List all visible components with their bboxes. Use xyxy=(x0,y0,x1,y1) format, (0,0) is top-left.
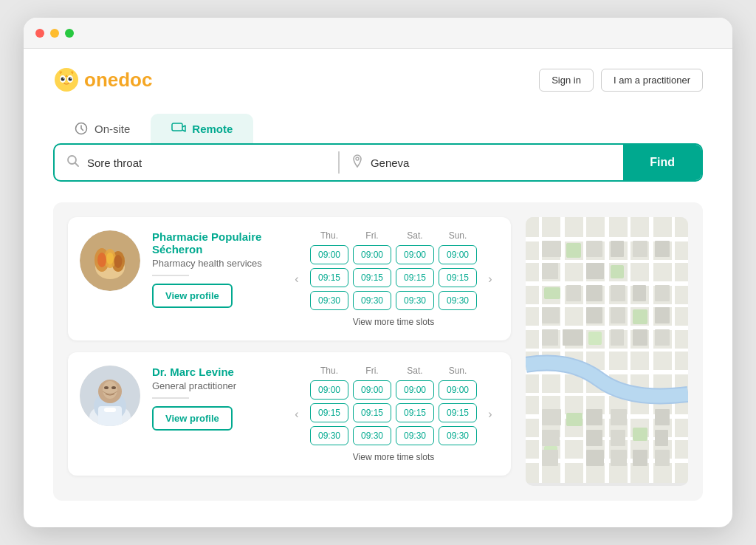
svg-rect-70 xyxy=(586,307,602,323)
sign-in-button[interactable]: Sign in xyxy=(539,69,594,92)
slots-row-2-pharmacy: 09:30 09:30 09:30 09:30 xyxy=(310,291,477,310)
slot-0-3-pharmacy[interactable]: 09:00 xyxy=(439,245,477,264)
svg-rect-65 xyxy=(586,285,602,301)
svg-point-0 xyxy=(55,68,78,92)
location-input[interactable] xyxy=(371,157,611,169)
svg-rect-51 xyxy=(544,287,560,299)
svg-rect-62 xyxy=(542,263,558,279)
svg-rect-61 xyxy=(655,241,670,257)
svg-rect-72 xyxy=(655,307,670,323)
svg-point-25 xyxy=(103,381,117,399)
find-button[interactable]: Find xyxy=(623,145,701,180)
symptom-section xyxy=(55,154,338,171)
slots-row-0-doctor: 09:00 09:00 09:00 09:00 xyxy=(310,380,477,400)
svg-rect-89 xyxy=(633,450,647,466)
view-more-pharmacy[interactable]: View more time slots xyxy=(310,317,477,327)
svg-point-17 xyxy=(97,253,106,267)
slot-2-3-doctor[interactable]: 09:30 xyxy=(439,426,477,445)
svg-rect-60 xyxy=(633,241,647,257)
app-window: onedoc Sign in I am a practitioner On-si… xyxy=(24,18,732,527)
logo-icon xyxy=(53,66,80,93)
location-section xyxy=(340,154,623,171)
slots-header-doctor: Thu. Fri. Sat. Sun. xyxy=(310,366,477,376)
card-info-doctor: Dr. Marc Levine General practitioner Vie… xyxy=(152,366,276,431)
svg-rect-64 xyxy=(566,285,581,301)
svg-rect-87 xyxy=(586,450,604,466)
card-subtitle-pharmacy: Pharmacy health services xyxy=(152,258,276,269)
slot-2-2-doctor[interactable]: 09:30 xyxy=(396,426,434,445)
slot-0-2-doctor[interactable]: 09:00 xyxy=(396,380,434,400)
onsite-icon xyxy=(74,121,89,136)
slot-0-0-pharmacy[interactable]: 09:00 xyxy=(310,245,348,264)
slot-2-2-pharmacy[interactable]: 09:30 xyxy=(396,291,434,310)
slots-header-pharmacy: Thu. Fri. Sat. Sun. xyxy=(310,230,477,241)
svg-point-18 xyxy=(114,255,123,268)
slot-0-3-doctor[interactable]: 09:00 xyxy=(439,380,477,400)
day-sat-doctor: Sat. xyxy=(396,366,434,376)
titlebar xyxy=(24,18,732,49)
avatar-doctor xyxy=(80,366,140,426)
tab-onsite[interactable]: On-site xyxy=(53,114,151,143)
map-svg xyxy=(526,217,688,483)
svg-rect-52 xyxy=(633,309,647,324)
view-more-doctor[interactable]: View more time slots xyxy=(310,452,477,462)
svg-rect-66 xyxy=(611,285,625,301)
slots-prev-pharmacy[interactable]: ‹ xyxy=(288,270,306,288)
map-container xyxy=(526,217,688,486)
svg-rect-69 xyxy=(542,307,560,323)
slot-0-1-doctor[interactable]: 09:00 xyxy=(353,380,391,400)
svg-point-26 xyxy=(104,386,109,389)
slot-1-0-doctor[interactable]: 09:15 xyxy=(310,403,348,422)
slot-2-1-doctor[interactable]: 09:30 xyxy=(353,426,391,445)
slot-1-3-pharmacy[interactable]: 09:15 xyxy=(439,268,477,287)
slot-1-2-pharmacy[interactable]: 09:15 xyxy=(396,268,434,287)
practitioner-button[interactable]: I am a practitioner xyxy=(601,69,703,92)
slot-1-3-doctor[interactable]: 09:15 xyxy=(439,403,477,422)
card-divider-pharmacy xyxy=(152,275,189,276)
logo: onedoc xyxy=(53,66,152,93)
tab-onsite-label: On-site xyxy=(94,123,130,135)
tab-remote[interactable]: Remote xyxy=(151,114,253,143)
slot-0-1-pharmacy[interactable]: 09:00 xyxy=(353,245,391,264)
svg-point-11 xyxy=(356,157,359,160)
svg-rect-57 xyxy=(542,241,561,257)
slots-row-1-pharmacy: 09:15 09:15 09:15 09:15 xyxy=(310,268,477,287)
day-fri-doctor: Fri. xyxy=(353,366,391,376)
view-profile-button-doctor[interactable]: View profile xyxy=(152,406,233,431)
slot-1-1-doctor[interactable]: 09:15 xyxy=(353,403,391,422)
card-divider-doctor xyxy=(152,397,189,399)
location-icon xyxy=(351,154,363,171)
slot-2-0-pharmacy[interactable]: 09:30 xyxy=(310,291,348,310)
close-dot[interactable] xyxy=(35,29,44,38)
view-profile-button-pharmacy[interactable]: View profile xyxy=(152,284,233,308)
slot-1-2-doctor[interactable]: 09:15 xyxy=(396,403,434,422)
slot-1-1-pharmacy[interactable]: 09:15 xyxy=(353,268,391,287)
slot-2-1-pharmacy[interactable]: 09:30 xyxy=(353,291,391,310)
day-thu-pharmacy: Thu. xyxy=(310,230,348,241)
minimize-dot[interactable] xyxy=(50,29,59,38)
card-name-pharmacy: Pharmacie Populaire Sécheron xyxy=(152,230,276,256)
svg-rect-59 xyxy=(611,241,624,257)
svg-rect-88 xyxy=(611,450,627,466)
svg-rect-53 xyxy=(588,332,602,345)
pharmacy-avatar-image xyxy=(80,230,140,291)
card-subtitle-doctor: General practitioner xyxy=(152,380,276,391)
svg-rect-79 xyxy=(586,409,602,425)
slot-0-0-doctor[interactable]: 09:00 xyxy=(310,380,348,400)
slots-next-doctor[interactable]: › xyxy=(481,405,499,423)
svg-rect-55 xyxy=(633,428,647,441)
slot-2-0-doctor[interactable]: 09:30 xyxy=(310,426,348,445)
slots-next-pharmacy[interactable]: › xyxy=(481,270,499,288)
slot-0-2-pharmacy[interactable]: 09:00 xyxy=(396,245,434,264)
header: onedoc Sign in I am a practitioner xyxy=(53,66,703,93)
svg-rect-81 xyxy=(655,409,670,425)
maximize-dot[interactable] xyxy=(65,29,74,38)
symptom-input[interactable] xyxy=(87,157,326,169)
doctor-avatar-image xyxy=(80,366,140,426)
slots-prev-doctor[interactable]: ‹ xyxy=(288,405,306,423)
svg-rect-90 xyxy=(655,450,670,466)
svg-point-19 xyxy=(106,253,114,264)
svg-point-4 xyxy=(69,78,72,81)
slot-1-0-pharmacy[interactable]: 09:15 xyxy=(310,268,348,287)
slot-2-3-pharmacy[interactable]: 09:30 xyxy=(439,291,477,310)
